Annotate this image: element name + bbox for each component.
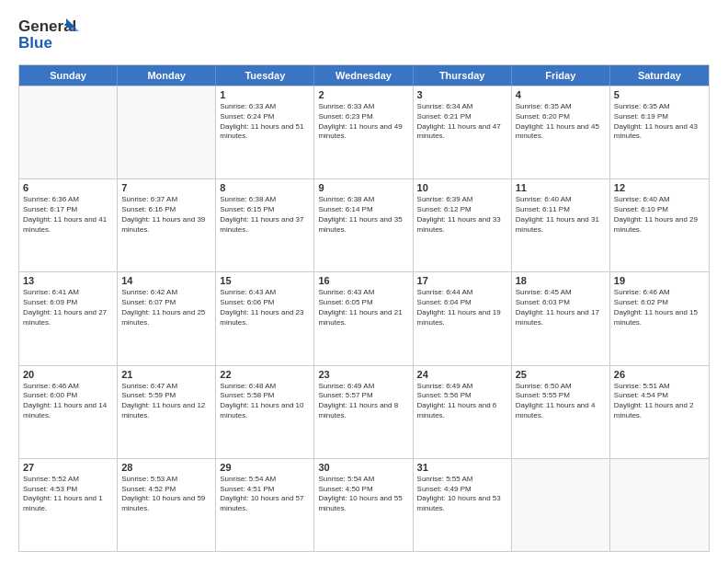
cell-info: Sunrise: 6:40 AM Sunset: 6:10 PM Dayligh… [614,195,705,235]
cal-cell: 27Sunrise: 5:52 AM Sunset: 4:53 PM Dayli… [19,459,118,551]
day-number: 26 [614,369,705,380]
cal-cell: 16Sunrise: 6:43 AM Sunset: 6:05 PM Dayli… [314,272,413,364]
cell-info: Sunrise: 6:33 AM Sunset: 6:24 PM Dayligh… [220,102,310,142]
day-number: 29 [220,462,310,473]
cell-info: Sunrise: 6:46 AM Sunset: 6:02 PM Dayligh… [614,288,705,327]
cell-info: Sunrise: 6:50 AM Sunset: 5:55 PM Dayligh… [516,382,606,421]
cal-cell [610,459,709,551]
cal-cell: 15Sunrise: 6:43 AM Sunset: 6:06 PM Dayli… [216,272,314,364]
cell-info: Sunrise: 6:45 AM Sunset: 6:03 PM Dayligh… [516,288,606,327]
cal-cell: 19Sunrise: 6:46 AM Sunset: 6:02 PM Dayli… [610,272,709,364]
day-number: 23 [318,369,408,380]
cell-info: Sunrise: 6:46 AM Sunset: 6:00 PM Dayligh… [23,382,113,421]
svg-text:Blue: Blue [18,34,52,52]
day-number: 27 [23,462,113,473]
page: GeneralBlue SundayMondayTuesdayWednesday… [0,0,728,563]
cal-cell: 18Sunrise: 6:45 AM Sunset: 6:03 PM Dayli… [512,272,610,364]
day-number: 11 [516,182,606,193]
day-number: 12 [614,182,705,193]
cal-cell: 14Sunrise: 6:42 AM Sunset: 6:07 PM Dayli… [118,272,216,364]
day-number: 22 [220,369,310,380]
cal-cell: 24Sunrise: 6:49 AM Sunset: 5:56 PM Dayli… [414,366,512,458]
cell-info: Sunrise: 5:54 AM Sunset: 4:51 PM Dayligh… [220,475,310,514]
cell-info: Sunrise: 6:42 AM Sunset: 6:07 PM Dayligh… [121,288,211,327]
cal-cell [512,459,610,551]
cal-header-day: Saturday [610,65,709,86]
calendar-header: SundayMondayTuesdayWednesdayThursdayFrid… [19,65,709,86]
cal-cell: 9Sunrise: 6:38 AM Sunset: 6:14 PM Daylig… [314,179,413,271]
cell-info: Sunrise: 6:35 AM Sunset: 6:19 PM Dayligh… [614,102,705,142]
cal-header-day: Friday [512,65,610,86]
cal-cell: 31Sunrise: 5:55 AM Sunset: 4:49 PM Dayli… [414,459,512,551]
cal-cell: 3Sunrise: 6:34 AM Sunset: 6:21 PM Daylig… [414,86,512,178]
cal-cell: 20Sunrise: 6:46 AM Sunset: 6:00 PM Dayli… [19,366,118,458]
cal-cell [19,86,118,178]
cell-info: Sunrise: 6:49 AM Sunset: 5:56 PM Dayligh… [417,382,507,421]
day-number: 21 [121,369,211,380]
cell-info: Sunrise: 5:55 AM Sunset: 4:49 PM Dayligh… [417,475,507,514]
cell-info: Sunrise: 6:33 AM Sunset: 6:23 PM Dayligh… [318,102,408,142]
day-number: 30 [318,462,408,473]
cell-info: Sunrise: 6:34 AM Sunset: 6:21 PM Dayligh… [417,102,507,142]
cal-cell: 7Sunrise: 6:37 AM Sunset: 6:16 PM Daylig… [118,179,216,271]
cal-cell: 29Sunrise: 5:54 AM Sunset: 4:51 PM Dayli… [216,459,314,551]
cell-info: Sunrise: 6:38 AM Sunset: 6:14 PM Dayligh… [318,195,408,235]
cell-info: Sunrise: 6:49 AM Sunset: 5:57 PM Dayligh… [318,382,408,421]
day-number: 7 [121,182,211,193]
day-number: 18 [516,275,606,286]
day-number: 19 [614,275,705,286]
day-number: 24 [417,369,507,380]
header: GeneralBlue [18,15,710,55]
cell-info: Sunrise: 6:38 AM Sunset: 6:15 PM Dayligh… [220,195,310,235]
cell-info: Sunrise: 6:41 AM Sunset: 6:09 PM Dayligh… [23,288,113,327]
cell-info: Sunrise: 5:52 AM Sunset: 4:53 PM Dayligh… [23,475,113,514]
cal-cell: 17Sunrise: 6:44 AM Sunset: 6:04 PM Dayli… [414,272,512,364]
cal-cell: 4Sunrise: 6:35 AM Sunset: 6:20 PM Daylig… [512,86,610,178]
cal-cell: 2Sunrise: 6:33 AM Sunset: 6:23 PM Daylig… [314,86,413,178]
logo: GeneralBlue [18,15,83,55]
day-number: 6 [23,182,113,193]
day-number: 1 [220,89,310,100]
cell-info: Sunrise: 6:44 AM Sunset: 6:04 PM Dayligh… [417,288,507,327]
day-number: 17 [417,275,507,286]
day-number: 13 [23,275,113,286]
day-number: 2 [318,89,408,100]
cell-info: Sunrise: 6:37 AM Sunset: 6:16 PM Dayligh… [121,195,211,235]
cal-cell: 22Sunrise: 6:48 AM Sunset: 5:58 PM Dayli… [216,366,314,458]
day-number: 28 [121,462,211,473]
day-number: 20 [23,369,113,380]
cal-cell: 13Sunrise: 6:41 AM Sunset: 6:09 PM Dayli… [19,272,118,364]
day-number: 3 [417,89,507,100]
cell-info: Sunrise: 6:36 AM Sunset: 6:17 PM Dayligh… [23,195,113,235]
day-number: 5 [614,89,705,100]
cal-header-day: Tuesday [216,65,314,86]
cal-header-day: Thursday [414,65,512,86]
day-number: 31 [417,462,507,473]
cal-cell: 21Sunrise: 6:47 AM Sunset: 5:59 PM Dayli… [118,366,216,458]
cal-header-day: Monday [118,65,216,86]
cell-info: Sunrise: 5:54 AM Sunset: 4:50 PM Dayligh… [318,475,408,514]
cell-info: Sunrise: 6:35 AM Sunset: 6:20 PM Dayligh… [516,102,606,142]
cal-cell: 28Sunrise: 5:53 AM Sunset: 4:52 PM Dayli… [118,459,216,551]
cal-cell: 8Sunrise: 6:38 AM Sunset: 6:15 PM Daylig… [216,179,314,271]
cell-info: Sunrise: 6:43 AM Sunset: 6:06 PM Dayligh… [220,288,310,327]
cell-info: Sunrise: 6:47 AM Sunset: 5:59 PM Dayligh… [121,382,211,421]
day-number: 4 [516,89,606,100]
cal-cell [118,86,216,178]
day-number: 10 [417,182,507,193]
cal-cell: 25Sunrise: 6:50 AM Sunset: 5:55 PM Dayli… [512,366,610,458]
day-number: 9 [318,182,408,193]
cal-week: 20Sunrise: 6:46 AM Sunset: 6:00 PM Dayli… [19,365,709,458]
day-number: 15 [220,275,310,286]
cal-week: 6Sunrise: 6:36 AM Sunset: 6:17 PM Daylig… [19,178,709,271]
calendar-body: 1Sunrise: 6:33 AM Sunset: 6:24 PM Daylig… [19,86,709,551]
cell-info: Sunrise: 6:43 AM Sunset: 6:05 PM Dayligh… [318,288,408,327]
cal-cell: 12Sunrise: 6:40 AM Sunset: 6:10 PM Dayli… [610,179,709,271]
cal-week: 1Sunrise: 6:33 AM Sunset: 6:24 PM Daylig… [19,86,709,178]
cell-info: Sunrise: 6:40 AM Sunset: 6:11 PM Dayligh… [516,195,606,235]
day-number: 8 [220,182,310,193]
cal-header-day: Sunday [19,65,118,86]
cal-week: 13Sunrise: 6:41 AM Sunset: 6:09 PM Dayli… [19,271,709,364]
cal-cell: 26Sunrise: 5:51 AM Sunset: 4:54 PM Dayli… [610,366,709,458]
calendar: SundayMondayTuesdayWednesdayThursdayFrid… [18,64,710,552]
